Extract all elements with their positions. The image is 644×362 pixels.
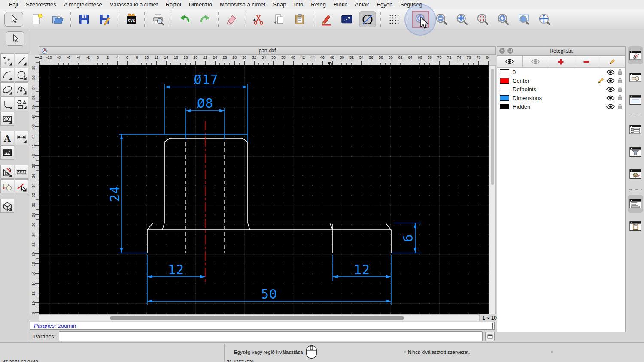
menu-rajzol[interactable]: Rajzol (162, 1, 185, 8)
add-layer-button[interactable] (548, 56, 574, 67)
menu-szerkesztés[interactable]: Szerkesztés (22, 1, 60, 8)
export-svg-button[interactable]: SVG (123, 11, 140, 27)
open-file-button[interactable] (49, 11, 66, 27)
zoom-pan-button[interactable] (536, 11, 553, 27)
grid-button[interactable] (386, 11, 402, 27)
dock-block-insert-button[interactable] (628, 165, 643, 183)
pen-attributes-button[interactable] (318, 11, 334, 27)
save-as-button[interactable] (97, 11, 113, 27)
layer-row-defpoints[interactable]: Defpoints (497, 85, 625, 94)
menu-a-megtekintése[interactable]: A megtekintése (60, 1, 106, 8)
menu-egyéb[interactable]: Egyéb (373, 1, 396, 8)
dock-block-list-button[interactable] (628, 69, 643, 87)
menu-infó[interactable]: Infó (290, 1, 307, 8)
menu-fájl[interactable]: Fájl (5, 1, 22, 8)
new-file-button[interactable] (29, 11, 45, 27)
layer-color-swatch[interactable] (500, 78, 509, 84)
layer-row-dimensions[interactable]: Dimensions (497, 94, 625, 102)
layer-row-0[interactable]: 0 (497, 68, 625, 76)
select-pointer-button[interactable] (4, 12, 23, 27)
info-tool-button[interactable] (0, 179, 14, 193)
zoom-in-button[interactable] (413, 11, 429, 27)
layer-color-swatch[interactable] (500, 95, 509, 101)
layer-visibility-icon[interactable] (606, 69, 615, 75)
layer-color-swatch[interactable] (500, 104, 509, 109)
polyline-tool-button[interactable] (0, 97, 14, 111)
select-pointer-button-2[interactable] (6, 31, 24, 46)
hatch-tool-button[interactable] (0, 112, 14, 126)
drawing-canvas[interactable]: Ø17 Ø8 24 6 12 12 50 (39, 65, 489, 314)
drawing-window-titlebar[interactable]: part.dxf (39, 46, 496, 55)
arc-tool-button[interactable] (0, 68, 14, 82)
menu-segítség[interactable]: Segítség (396, 1, 426, 8)
circle-tool-button[interactable] (359, 11, 376, 27)
polygon-tool-button[interactable] (15, 97, 28, 111)
zoom-previous-button[interactable] (474, 11, 491, 27)
menu-réteg[interactable]: Réteg (307, 1, 330, 8)
dimension-tool-button[interactable] (15, 131, 28, 145)
redo-button[interactable] (197, 11, 213, 27)
print-preview-button[interactable] (150, 11, 166, 27)
layer-visibility-icon[interactable] (606, 95, 615, 101)
text-tool-button[interactable]: A (0, 131, 14, 145)
points-tool-button[interactable] (0, 53, 14, 67)
layer-lock-icon[interactable] (617, 78, 623, 84)
delete-button[interactable] (224, 11, 240, 27)
command-input[interactable] (59, 331, 483, 341)
cut-button[interactable] (250, 11, 267, 27)
select-window-button[interactable] (339, 11, 355, 27)
horizontal-scrollbar[interactable] (39, 314, 480, 321)
copy-button[interactable] (271, 11, 287, 27)
undo-button[interactable] (176, 11, 193, 27)
layer-lock-icon[interactable] (617, 69, 623, 75)
hide-all-layers-button[interactable] (523, 56, 549, 67)
dock-selection-filter-button[interactable] (628, 143, 643, 161)
layer-visibility-icon[interactable] (606, 87, 615, 92)
layer-lock-icon[interactable] (617, 95, 623, 101)
remove-layer-button[interactable] (574, 56, 600, 67)
ellipse-tool-button[interactable] (0, 82, 14, 97)
spline-tool-button[interactable] (15, 82, 28, 97)
show-all-layers-button[interactable] (497, 56, 523, 67)
layer-row-center[interactable]: Center (497, 76, 625, 85)
horizontal-scrollbar-thumb[interactable] (110, 316, 404, 320)
menu-dimenzió[interactable]: Dimenzió (185, 1, 216, 8)
dock-layer-list-button[interactable] (628, 46, 643, 64)
layer-visibility-icon[interactable] (606, 78, 615, 84)
zoom-window-button[interactable] (516, 11, 532, 27)
menu-válassza-ki-a-címet[interactable]: Válassza ki a címet (106, 1, 162, 8)
circle-tool-button[interactable] (15, 68, 28, 82)
dock-clipboard-button[interactable] (628, 217, 643, 235)
history-scrollbar-thumb[interactable] (492, 323, 493, 329)
vertical-scrollbar-thumb[interactable] (491, 69, 494, 185)
zoom-back-button[interactable] (495, 11, 511, 27)
menu-snap[interactable]: Snap (269, 1, 290, 8)
menu-ablak[interactable]: Ablak (351, 1, 373, 8)
zoom-auto-button[interactable] (454, 11, 470, 27)
layer-color-swatch[interactable] (500, 69, 509, 75)
menu-módosítsa-a-címet[interactable]: Módosítsa a címet (216, 1, 269, 8)
layer-lock-icon[interactable] (617, 103, 623, 109)
line-tool-button[interactable] (15, 53, 28, 67)
menu-blokk[interactable]: Blokk (330, 1, 351, 8)
select-entity-tool-button[interactable] (15, 179, 28, 193)
close-icon[interactable]: ✕ (499, 48, 505, 54)
paste-button[interactable] (292, 11, 308, 27)
dock-command-line-button[interactable] (628, 195, 643, 213)
save-button[interactable] (76, 11, 92, 27)
layer-color-swatch[interactable] (500, 87, 509, 92)
layer-visibility-icon[interactable] (606, 104, 615, 109)
vertical-scrollbar[interactable] (489, 65, 496, 314)
layer-row-hidden[interactable]: Hidden (497, 102, 625, 111)
float-panel-icon[interactable]: ❐ (507, 48, 513, 54)
dock-entity-list-button[interactable] (628, 121, 643, 139)
modify-tool-button[interactable] (0, 165, 14, 179)
measure-tool-button[interactable] (15, 165, 28, 179)
layer-lock-icon[interactable] (617, 86, 623, 92)
edit-layer-button[interactable] (599, 56, 625, 67)
image-tool-button[interactable] (0, 145, 14, 160)
detach-command-widget-button[interactable] (485, 332, 495, 341)
zoom-out-button[interactable] (433, 11, 450, 27)
dock-library-browser-button[interactable] (628, 91, 643, 109)
solid-3d-tool-button[interactable] (0, 199, 14, 213)
